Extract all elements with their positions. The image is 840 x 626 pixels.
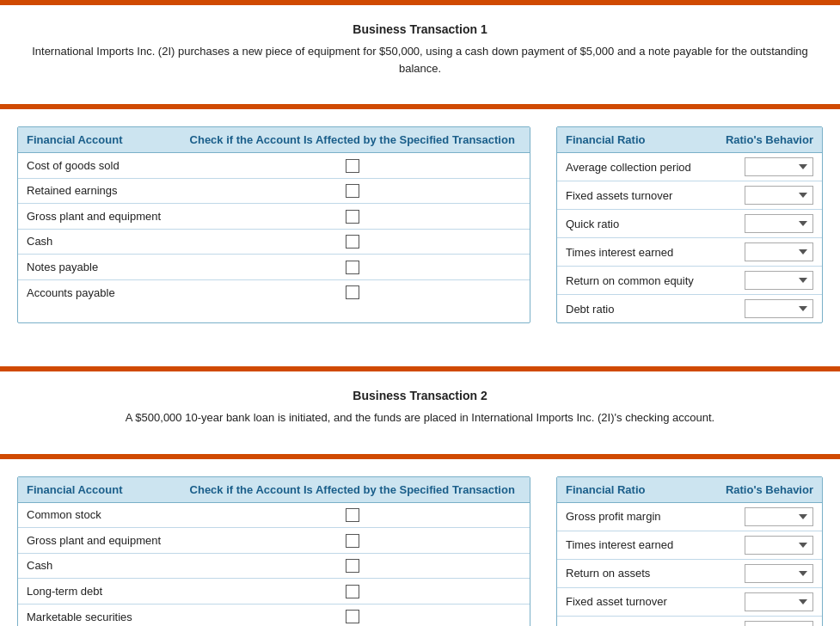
ratio-label: Operating profit margin <box>557 616 704 626</box>
ratio-dropdown[interactable] <box>745 299 813 318</box>
ratio-dropdown[interactable] <box>745 157 813 176</box>
account-checkbox[interactable] <box>346 508 359 522</box>
table-row: Notes payable <box>18 255 530 280</box>
t1-ratio-col1-header: Financial Ratio <box>557 127 711 153</box>
transaction1-tables: Financial Account Check if the Account I… <box>0 126 840 323</box>
ratio-dropdown-cell[interactable] <box>704 616 822 626</box>
table-row: Gross profit margin <box>557 502 822 531</box>
checkbox-cell[interactable] <box>175 279 530 304</box>
account-label: Notes payable <box>18 255 175 280</box>
table-row: Fixed asset turnover <box>557 587 822 616</box>
account-label: Gross plant and equipment <box>18 204 175 230</box>
transaction2-tables: Financial Account Check if the Account I… <box>0 476 840 627</box>
ratio-label: Quick ratio <box>557 210 711 238</box>
ratio-dropdown[interactable] <box>745 621 813 627</box>
ratio-dropdown[interactable] <box>745 271 813 290</box>
account-checkbox[interactable] <box>346 610 359 623</box>
account-label: Common stock <box>18 502 175 528</box>
ratio-dropdown-cell[interactable] <box>704 531 822 559</box>
checkbox-cell[interactable] <box>175 604 530 626</box>
chevron-down-icon <box>799 221 807 226</box>
ratio-label: Debt ratio <box>557 295 711 323</box>
account-label: Cash <box>18 229 175 255</box>
ratio-dropdown[interactable] <box>745 536 813 555</box>
ratio-dropdown[interactable] <box>745 214 813 233</box>
checkbox-cell[interactable] <box>175 178 530 204</box>
account-checkbox[interactable] <box>346 534 359 548</box>
ratio-dropdown[interactable] <box>745 186 813 205</box>
t2-col2-header: Check if the Account Is Affected by the … <box>175 477 530 503</box>
ratio-dropdown[interactable] <box>745 592 813 611</box>
ratio-label: Fixed asset turnover <box>557 587 704 616</box>
ratio-dropdown[interactable] <box>745 564 813 583</box>
t1-ratio-col2-header: Ratio's Behavior <box>711 127 822 153</box>
table-row: Long-term debt <box>18 579 530 605</box>
checkbox-cell[interactable] <box>175 255 530 280</box>
table-row: Average collection period <box>557 153 822 181</box>
checkbox-cell[interactable] <box>175 528 530 554</box>
account-checkbox[interactable] <box>346 159 359 173</box>
ratio-dropdown-cell[interactable] <box>711 181 822 210</box>
checkbox-cell[interactable] <box>175 204 530 230</box>
ratio-label: Fixed assets turnover <box>557 181 711 210</box>
account-label: Long-term debt <box>18 579 175 605</box>
table-row: Times interest earned <box>557 238 822 267</box>
chevron-down-icon <box>799 164 807 169</box>
account-checkbox[interactable] <box>346 261 359 274</box>
ratio-dropdown-cell[interactable] <box>704 502 822 531</box>
ratio-label: Times interest earned <box>557 531 704 559</box>
account-checkbox[interactable] <box>346 559 359 573</box>
table-row: Marketable securities <box>18 604 530 626</box>
account-checkbox[interactable] <box>346 210 359 224</box>
transaction2-block: Business Transaction 2 A $500,000 10-yea… <box>0 371 840 454</box>
transaction1-ratio-table: Financial Ratio Ratio's Behavior Average… <box>557 127 822 322</box>
ratio-dropdown-cell[interactable] <box>704 587 822 616</box>
transaction2-title: Business Transaction 2 <box>26 380 814 402</box>
account-checkbox[interactable] <box>346 235 359 249</box>
checkbox-cell[interactable] <box>175 502 530 528</box>
table-row: Cash <box>18 553 530 579</box>
ratio-dropdown[interactable] <box>745 507 813 526</box>
ratio-label: Return on common equity <box>557 267 711 295</box>
t1-col2-header: Check if the Account Is Affected by the … <box>175 127 530 153</box>
table-row: Retained earnings <box>18 178 530 204</box>
table-row: Quick ratio <box>557 210 822 238</box>
account-checkbox[interactable] <box>346 184 359 198</box>
checkbox-cell[interactable] <box>175 579 530 605</box>
account-label: Gross plant and equipment <box>18 528 175 554</box>
account-checkbox[interactable] <box>346 285 359 299</box>
table-row: Debt ratio <box>557 295 822 323</box>
t1-col1-header: Financial Account <box>18 127 175 153</box>
checkbox-cell[interactable] <box>175 553 530 579</box>
transaction1-account-table-wrap: Financial Account Check if the Account I… <box>17 126 530 323</box>
ratio-dropdown-cell[interactable] <box>704 559 822 587</box>
ratio-label: Return on assets <box>557 559 704 587</box>
table-row: Times interest earned <box>557 531 822 559</box>
table-row: Gross plant and equipment <box>18 204 530 230</box>
transaction2-ratio-table: Financial Ratio Ratio's Behavior Gross p… <box>557 477 822 627</box>
table-row: Gross plant and equipment <box>18 528 530 554</box>
table-row: Fixed assets turnover <box>557 181 822 210</box>
account-checkbox[interactable] <box>346 585 359 598</box>
checkbox-cell[interactable] <box>175 229 530 255</box>
ratio-dropdown-cell[interactable] <box>711 238 822 267</box>
chevron-down-icon <box>799 514 807 519</box>
account-label: Accounts payable <box>18 279 175 304</box>
account-label: Marketable securities <box>18 604 175 626</box>
ratio-dropdown-cell[interactable] <box>711 267 822 295</box>
account-label: Cash <box>18 553 175 579</box>
table-row: Cash <box>18 229 530 255</box>
ratio-dropdown-cell[interactable] <box>711 153 822 181</box>
transaction2-account-table-wrap: Financial Account Check if the Account I… <box>17 476 530 627</box>
checkbox-cell[interactable] <box>175 153 530 179</box>
transaction2-ratio-table-wrap: Financial Ratio Ratio's Behavior Gross p… <box>556 476 823 627</box>
ratio-dropdown-cell[interactable] <box>711 295 822 323</box>
t2-ratio-col2-header: Ratio's Behavior <box>704 477 822 503</box>
ratio-dropdown-cell[interactable] <box>711 210 822 238</box>
chevron-down-icon <box>799 543 807 548</box>
ratio-dropdown[interactable] <box>745 242 813 261</box>
chevron-down-icon <box>799 599 807 605</box>
chevron-down-icon <box>799 306 807 311</box>
transaction2-account-table: Financial Account Check if the Account I… <box>18 477 530 627</box>
chevron-down-icon <box>799 278 807 283</box>
